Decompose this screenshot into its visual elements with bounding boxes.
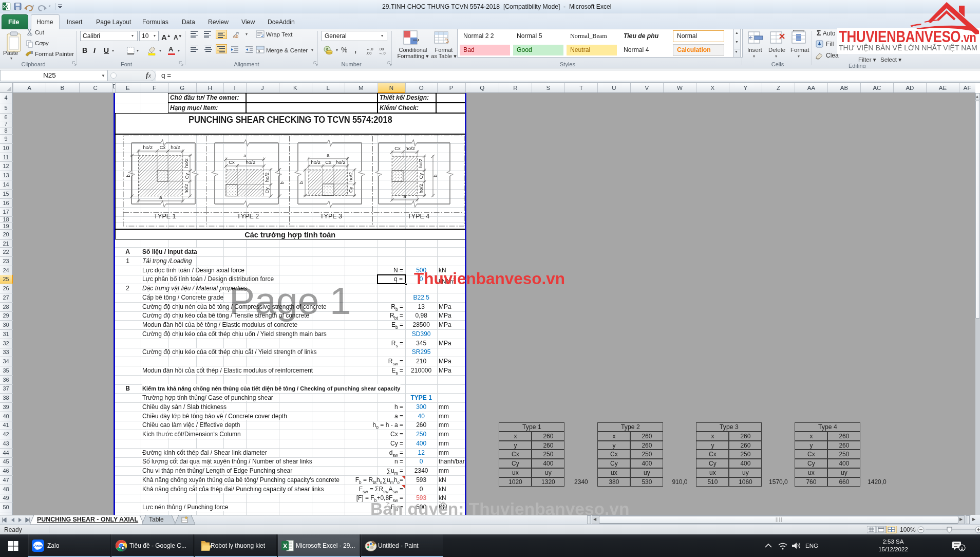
svg-text:ho/2: ho/2	[246, 159, 256, 165]
svg-text:→.0: →.0	[379, 51, 386, 55]
svg-text:b: b	[433, 175, 439, 177]
svg-text:ho/2: ho/2	[336, 159, 346, 165]
svg-text:.00: .00	[366, 51, 371, 55]
svg-text:Cx: Cx	[229, 159, 235, 165]
svg-text:a: a	[159, 194, 162, 200]
svg-text:b: b	[299, 181, 305, 184]
svg-text:ho/2: ho/2	[143, 144, 153, 150]
svg-text:ho/2: ho/2	[418, 159, 424, 169]
svg-text:2: 2	[960, 546, 963, 551]
svg-text:X: X	[283, 542, 288, 550]
svg-text:TYPE 3: TYPE 3	[320, 213, 342, 220]
svg-text:ho/2: ho/2	[184, 158, 190, 168]
svg-text:ho/2: ho/2	[418, 184, 424, 194]
svg-text:b: b	[126, 174, 131, 177]
svg-text:TYPE 2: TYPE 2	[237, 213, 259, 220]
svg-text:ho/2: ho/2	[348, 172, 354, 182]
svg-text:Cx: Cx	[394, 145, 401, 151]
svg-text:ho/2: ho/2	[265, 173, 270, 182]
svg-text:a: a	[327, 152, 330, 158]
svg-text:Cy: Cy	[418, 173, 424, 179]
svg-text:a: a	[258, 49, 260, 53]
svg-text:TYPE 4: TYPE 4	[407, 213, 429, 220]
svg-text:Cy: Cy	[184, 173, 190, 179]
svg-text:ho/2: ho/2	[171, 144, 180, 150]
svg-text:Cx: Cx	[160, 144, 166, 150]
svg-text:Cx: Cx	[325, 159, 331, 165]
svg-text:Cy: Cy	[265, 188, 270, 194]
svg-text:ho/2: ho/2	[184, 184, 190, 194]
svg-text:ab: ab	[233, 34, 238, 39]
svg-text:ho/2: ho/2	[311, 159, 321, 165]
svg-text:Zalo: Zalo	[34, 544, 43, 548]
svg-text:ho/2: ho/2	[405, 145, 415, 151]
svg-text:a: a	[243, 153, 247, 158]
svg-text:b: b	[279, 181, 285, 184]
svg-text:Cy: Cy	[348, 187, 354, 193]
svg-text:X: X	[3, 4, 6, 9]
svg-text:a: a	[403, 193, 406, 199]
svg-text:TYPE 1: TYPE 1	[154, 213, 176, 220]
